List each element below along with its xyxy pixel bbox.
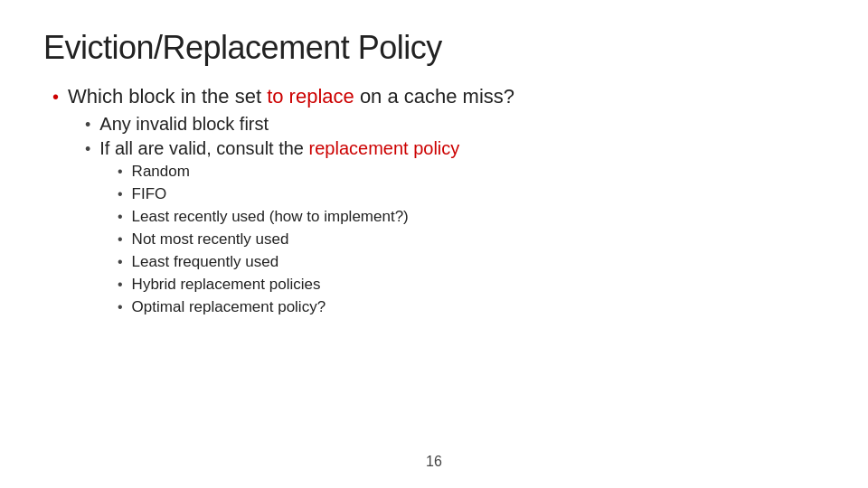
slide-content: • Which block in the set to replace on a… (43, 85, 825, 316)
slide: Eviction/Replacement Policy • Which bloc… (0, 0, 868, 488)
slide-title: Eviction/Replacement Policy (43, 29, 825, 67)
bullet-l3-1-marker: • (118, 164, 123, 180)
bullet-l3-5: • Least frequently used (118, 253, 825, 271)
sub-bullets-l2: • Any invalid block first • If all are v… (52, 114, 825, 316)
bullet-l3-6: • Hybrid replacement policies (118, 276, 825, 294)
sub-sub-bullets-l3: • Random • FIFO • Least recently used (h… (85, 163, 825, 316)
bullet-l2-2: • If all are valid, consult the replacem… (85, 138, 825, 159)
text-on-a-cache-miss: on a cache miss? (360, 85, 514, 108)
bullet-l3-2-marker: • (118, 186, 123, 202)
bullet-l3-7-marker: • (118, 299, 123, 315)
text-replacement-policy: replacement policy (309, 138, 460, 158)
bullet-l3-6-text: Hybrid replacement policies (132, 276, 321, 294)
bullet-l3-1-text: Random (132, 163, 190, 181)
bullet-l1: • Which block in the set to replace on a… (52, 85, 825, 108)
bullet-l3-4: • Not most recently used (118, 230, 825, 249)
bullet-l3-4-text: Not most recently used (132, 230, 289, 249)
bullet-l2-2-marker: • (85, 140, 90, 159)
bullet-l3-3: • Least recently used (how to implement?… (118, 208, 825, 226)
bullet-l3-7-text: Optimal replacement policy? (132, 298, 326, 316)
bullet-l2-1: • Any invalid block first (85, 114, 825, 135)
bullet-l3-7: • Optimal replacement policy? (118, 298, 825, 316)
bullet-l3-2: • FIFO (118, 185, 825, 203)
bullet-l3-3-text: Least recently used (how to implement?) (132, 208, 409, 226)
bullet-l2-2-text: If all are valid, consult the replacemen… (99, 138, 459, 159)
bullet-l3-5-marker: • (118, 254, 123, 270)
bullet-l3-1: • Random (118, 163, 825, 181)
bullet-l2-1-text: Any invalid block first (99, 114, 269, 135)
bullet-l3-3-marker: • (118, 209, 123, 225)
bullet-l3-5-text: Least frequently used (132, 253, 279, 271)
bullet-l3-6-marker: • (118, 277, 123, 293)
bullet-l3-2-text: FIFO (132, 185, 167, 203)
bullet-l1-marker: • (52, 87, 59, 108)
page-number: 16 (0, 454, 868, 470)
text-in-the-set: in the set (181, 85, 267, 108)
bullet-l3-4-marker: • (118, 231, 123, 248)
text-if-all-valid: If all are valid, consult the (99, 138, 308, 158)
bullet-l2-1-marker: • (85, 116, 90, 135)
bullet-l1-text: Which block in the set to replace on a c… (68, 85, 514, 108)
text-to-replace: to replace (267, 85, 354, 108)
text-which-block: Which block (68, 85, 175, 108)
